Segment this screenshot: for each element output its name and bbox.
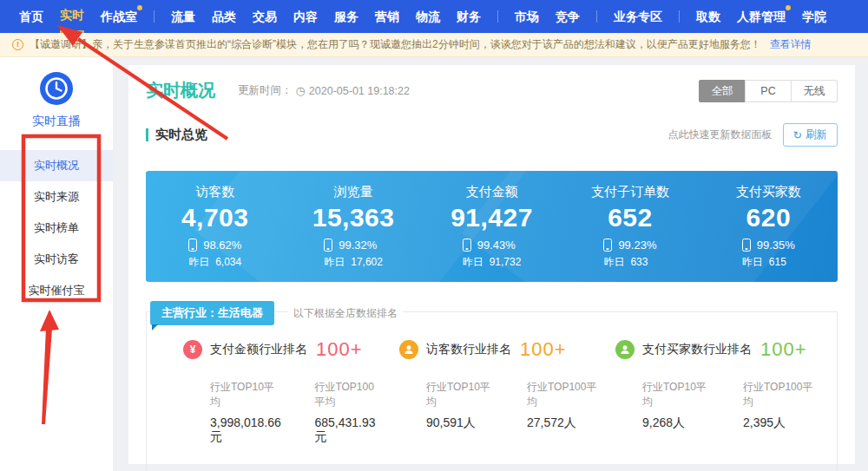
stat-label: 行业TOP10平均 bbox=[210, 380, 281, 409]
metric-wireless-percent: 99.32% bbox=[339, 239, 377, 252]
refresh-hint: 点此快速更新数据面板 bbox=[668, 128, 773, 142]
metric-value: 91,427 bbox=[450, 203, 533, 232]
nav-label: 财务 bbox=[457, 10, 481, 23]
metric-wireless-percent: 98.62% bbox=[203, 239, 241, 252]
nav-item-realtime[interactable]: 实时 bbox=[60, 0, 84, 33]
segment-pc-button[interactable]: PC bbox=[745, 80, 792, 102]
sidebar-item-realtime-ranking[interactable]: 实时榜单 bbox=[0, 213, 113, 244]
overview-title: 实时总览 bbox=[155, 127, 207, 143]
yesterday-value: 633 bbox=[630, 256, 648, 268]
nav-divider bbox=[154, 10, 155, 23]
nav-item-market[interactable]: 市场 bbox=[515, 0, 539, 33]
metric-label: 浏览量 bbox=[334, 184, 373, 200]
sidebar-item-realtime-source[interactable]: 实时来源 bbox=[0, 181, 113, 213]
yesterday-value: 17,602 bbox=[351, 256, 383, 268]
ranking-label: 支付金额行业排名 bbox=[210, 342, 307, 357]
nav-label: 人群管理 bbox=[737, 10, 786, 23]
mobile-icon bbox=[188, 239, 197, 252]
yesterday-label: 昨日 bbox=[603, 255, 624, 270]
metric-label: 支付金额 bbox=[466, 184, 518, 200]
stat-value: 90,591人 bbox=[426, 415, 494, 431]
metric-wireless-percent: 99.35% bbox=[757, 239, 795, 252]
nav-item-competition[interactable]: 竞争 bbox=[556, 0, 580, 33]
nav-label: 物流 bbox=[416, 10, 440, 23]
update-time-label: 更新时间： bbox=[238, 83, 293, 98]
terminal-segmented-control: 全部 PC 无线 bbox=[699, 80, 838, 102]
stat-label: 行业TOP100平均 bbox=[527, 380, 600, 409]
stat-value: 27,572人 bbox=[527, 415, 600, 431]
metric-value: 620 bbox=[746, 203, 792, 232]
nav-item-data-fetch[interactable]: 取数 bbox=[696, 0, 720, 33]
yesterday-label: 昨日 bbox=[188, 255, 209, 270]
yesterday-label: 昨日 bbox=[742, 255, 763, 270]
sidebar-item-realtime-visitor[interactable]: 实时访客 bbox=[0, 244, 113, 275]
top-nav: 首页 实时 作战室 流量 品类 交易 内容 服务 营销 物流 财务 市场 竞争 … bbox=[0, 0, 868, 33]
nav-item-content[interactable]: 内容 bbox=[293, 0, 318, 33]
sidebar: 实时直播 实时概况 实时来源 实时榜单 实时访客 实时催付宝 bbox=[0, 57, 113, 471]
nav-item-marketing[interactable]: 营销 bbox=[375, 0, 399, 33]
sidebar-item-realtime-payment-reminder[interactable]: 实时催付宝 bbox=[0, 275, 113, 306]
nav-item-war-room[interactable]: 作战室 bbox=[101, 0, 137, 33]
stat-value: 3,998,018.66元 bbox=[210, 415, 281, 445]
realtime-clock-icon bbox=[39, 71, 74, 106]
industry-ranking-box: 主营行业：生活电器 以下根据全店数据排名 ¥ 支付金额行业排名 100+ 行业T… bbox=[146, 311, 838, 471]
main-header: 实时概况 更新时间： ◷ 2020-05-01 19:18:22 全部 PC 无… bbox=[146, 79, 838, 102]
update-time-value: 2020-05-01 19:18:22 bbox=[309, 85, 410, 97]
yesterday-label: 昨日 bbox=[463, 255, 483, 270]
nav-label: 竞争 bbox=[556, 10, 580, 23]
nav-label: 服务 bbox=[334, 10, 358, 23]
notification-dot bbox=[137, 5, 142, 10]
nav-item-category[interactable]: 品类 bbox=[212, 0, 236, 33]
nav-item-trade[interactable]: 交易 bbox=[253, 0, 277, 33]
metric-sub-orders: 支付子订单数 652 99.23% 昨日633 bbox=[561, 171, 699, 282]
nav-item-service[interactable]: 服务 bbox=[334, 0, 358, 33]
stat-value: 2,395人 bbox=[743, 415, 816, 431]
nav-item-traffic[interactable]: 流量 bbox=[171, 0, 195, 33]
stat-label: 行业TOP100平均 bbox=[743, 380, 816, 409]
ranking-label: 访客数行业排名 bbox=[426, 342, 511, 357]
refresh-button[interactable]: ↻ 刷新 bbox=[783, 123, 838, 147]
nav-label: 流量 bbox=[171, 10, 195, 23]
sidebar-item-realtime-overview[interactable]: 实时概况 bbox=[0, 150, 113, 181]
notice-detail-link[interactable]: 查看详情 bbox=[770, 37, 812, 52]
nav-label: 首页 bbox=[19, 10, 43, 23]
industry-badge: 主营行业：生活电器 bbox=[150, 301, 274, 325]
sidebar-title: 实时直播 bbox=[32, 114, 81, 129]
nav-label: 交易 bbox=[253, 10, 277, 23]
nav-label: 营销 bbox=[375, 10, 399, 23]
nav-item-academy[interactable]: 学院 bbox=[802, 0, 826, 33]
info-icon: ! bbox=[12, 39, 23, 50]
nav-item-audience[interactable]: 人群管理 bbox=[737, 0, 786, 33]
metric-buyers: 支付买家数 620 99.35% 昨日615 bbox=[700, 171, 838, 282]
notification-dot bbox=[786, 5, 791, 10]
mobile-icon bbox=[324, 239, 332, 252]
metric-value: 15,363 bbox=[312, 203, 395, 232]
nav-item-business-zone[interactable]: 业务专区 bbox=[614, 0, 662, 33]
segment-wireless-button[interactable]: 无线 bbox=[791, 80, 838, 102]
nav-item-home[interactable]: 首页 bbox=[19, 0, 43, 33]
industry-hint: 以下根据全店数据排名 bbox=[288, 306, 403, 321]
nav-label: 内容 bbox=[293, 10, 318, 23]
ranking-value: 100+ bbox=[520, 338, 567, 361]
stat-label: 行业TOP100平均 bbox=[314, 380, 384, 409]
nav-item-logistics[interactable]: 物流 bbox=[416, 0, 440, 33]
yesterday-value: 615 bbox=[769, 256, 786, 268]
notice-text: 【诚邀调研】亲，关于生意参谋首页推出的“综合诊断”模块，您在用了吗？现诚邀您抽出… bbox=[30, 37, 761, 52]
mobile-icon bbox=[603, 239, 612, 252]
nav-divider bbox=[497, 10, 498, 23]
refresh-label: 刷新 bbox=[806, 128, 827, 142]
notice-bar: ! 【诚邀调研】亲，关于生意参谋首页推出的“综合诊断”模块，您在用了吗？现诚邀您… bbox=[0, 33, 868, 57]
nav-label: 品类 bbox=[212, 10, 236, 23]
segment-all-button[interactable]: 全部 bbox=[699, 80, 746, 102]
nav-label: 取数 bbox=[696, 10, 720, 23]
metric-visitors: 访客数 4,703 98.62% 昨日6,034 bbox=[146, 171, 284, 282]
clock-icon: ◷ bbox=[296, 84, 306, 97]
stat-value: 685,431.93元 bbox=[314, 415, 384, 445]
ranking-value: 100+ bbox=[316, 338, 363, 361]
buyer-icon bbox=[615, 340, 635, 359]
yuan-icon: ¥ bbox=[183, 340, 202, 359]
nav-label: 业务专区 bbox=[614, 10, 662, 23]
nav-item-finance[interactable]: 财务 bbox=[457, 0, 481, 33]
metric-value: 652 bbox=[608, 203, 653, 232]
nav-divider bbox=[679, 10, 680, 23]
